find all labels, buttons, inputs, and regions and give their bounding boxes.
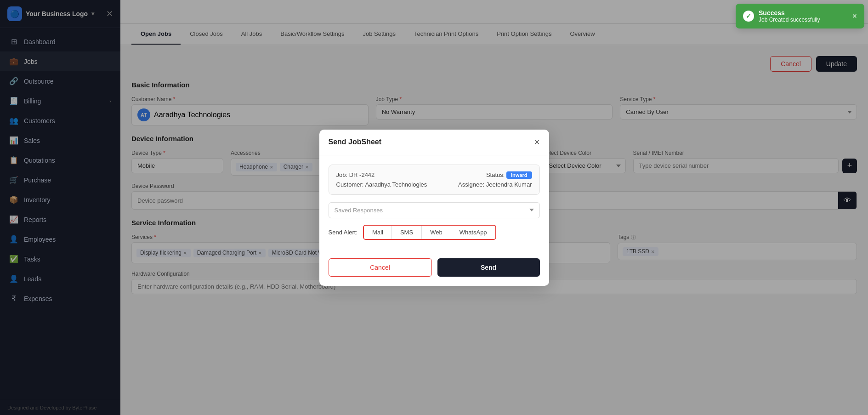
- modal-overlay[interactable]: Send JobSheet × Job: DR -2442 Status: In…: [0, 0, 868, 415]
- saved-responses-select[interactable]: Saved Responses: [329, 202, 540, 218]
- modal-send-button[interactable]: Send: [437, 258, 540, 277]
- modal-close-button[interactable]: ×: [534, 137, 540, 148]
- customer-info: Customer: Aaradhya Technologies: [336, 181, 427, 188]
- alert-option-mail[interactable]: Mail: [364, 226, 392, 239]
- modal-footer: Cancel Send: [319, 258, 549, 286]
- toast-content: Success Job Created successfully: [759, 9, 847, 23]
- job-info-row-2: Customer: Aaradhya Technologies Assignee…: [336, 181, 532, 188]
- alert-option-sms[interactable]: SMS: [392, 226, 422, 239]
- alert-option-web[interactable]: Web: [422, 226, 451, 239]
- alert-option-whatsapp[interactable]: WhatsApp: [451, 226, 495, 239]
- modal-cancel-button[interactable]: Cancel: [329, 258, 432, 277]
- success-toast: ✓ Success Job Created successfully ×: [736, 4, 864, 28]
- toast-close-button[interactable]: ×: [852, 11, 857, 21]
- status-label: Status:: [486, 171, 505, 178]
- toast-title: Success: [759, 9, 847, 17]
- assignee-info: Assignee: Jeetendra Kumar: [458, 181, 532, 188]
- send-alert-row: Send Alert: Mail SMS Web WhatsApp: [329, 225, 540, 240]
- send-jobsheet-modal: Send JobSheet × Job: DR -2442 Status: In…: [319, 130, 549, 286]
- modal-body: Job: DR -2442 Status: Inward Customer: A…: [319, 155, 549, 258]
- status-badge: Inward: [506, 171, 532, 179]
- job-info-row-1: Job: DR -2442 Status: Inward: [336, 171, 532, 178]
- modal-header: Send JobSheet ×: [319, 130, 549, 155]
- job-status: Status: Inward: [486, 171, 532, 178]
- alert-options-group: Mail SMS Web WhatsApp: [363, 225, 496, 240]
- toast-message: Job Created successfully: [759, 17, 847, 23]
- job-id: Job: DR -2442: [336, 171, 375, 178]
- saved-responses-row: Saved Responses: [329, 202, 540, 218]
- job-info-card: Job: DR -2442 Status: Inward Customer: A…: [329, 165, 540, 195]
- send-alert-label: Send Alert:: [329, 229, 358, 236]
- toast-check-icon: ✓: [743, 11, 754, 22]
- modal-title: Send JobSheet: [329, 138, 382, 146]
